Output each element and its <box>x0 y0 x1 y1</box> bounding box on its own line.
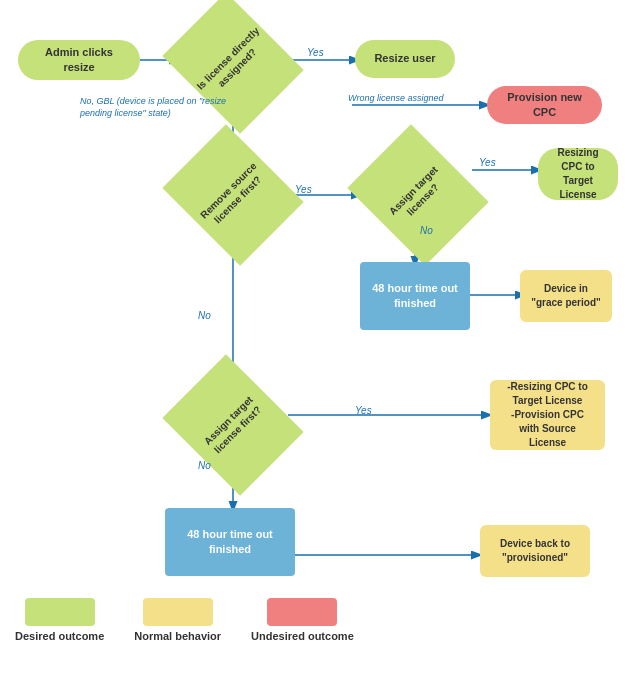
no2-label: No <box>198 310 211 321</box>
legend-normal-label: Normal behavior <box>134 630 221 642</box>
resize-user-node: Resize user <box>355 40 455 78</box>
assign-target-diamond: Assign target license? <box>360 148 475 242</box>
assign-target-2-diamond: Assign target license first? <box>175 378 290 472</box>
no1-label: No <box>420 225 433 236</box>
legend-undesired-label: Undesired outcome <box>251 630 354 642</box>
hour-out-1-node: 48 hour time out finished <box>360 262 470 330</box>
legend-desired-box <box>25 598 95 626</box>
resizing-cpc-target-node: Resizing CPC to Target License <box>538 148 618 200</box>
hour-out-2-node: 48 hour time out finished <box>165 508 295 576</box>
remove-source-diamond: Remove source license first? <box>175 148 290 242</box>
yes3-label: Yes <box>479 157 496 168</box>
device-provisioned-node: Device back to "provisioned" <box>480 525 590 577</box>
yes1-label: Yes <box>307 47 324 58</box>
legend-desired: Desired outcome <box>15 598 104 642</box>
legend-desired-label: Desired outcome <box>15 630 104 642</box>
grace-period-node: Device in "grace period" <box>520 270 612 322</box>
is-license-diamond: Is license directly assigned? <box>175 18 290 108</box>
admin-clicks-node: Admin clicks resize <box>18 40 140 80</box>
legend: Desired outcome Normal behavior Undesire… <box>15 598 354 642</box>
legend-undesired: Undesired outcome <box>251 598 354 642</box>
yes2-label: Yes <box>295 184 312 195</box>
yes4-label: Yes <box>355 405 372 416</box>
no3-label: No <box>198 460 211 471</box>
provision-new-cpc-node: Provision new CPC <box>487 86 602 124</box>
legend-normal: Normal behavior <box>134 598 221 642</box>
wrong-license-label: Wrong license assigned <box>348 93 463 105</box>
legend-undesired-box <box>267 598 337 626</box>
flowchart-diagram: Admin clicks resize Is license directly … <box>0 0 625 650</box>
resizing-provision-node: -Resizing CPC to Target License -Provisi… <box>490 380 605 450</box>
legend-normal-box <box>143 598 213 626</box>
